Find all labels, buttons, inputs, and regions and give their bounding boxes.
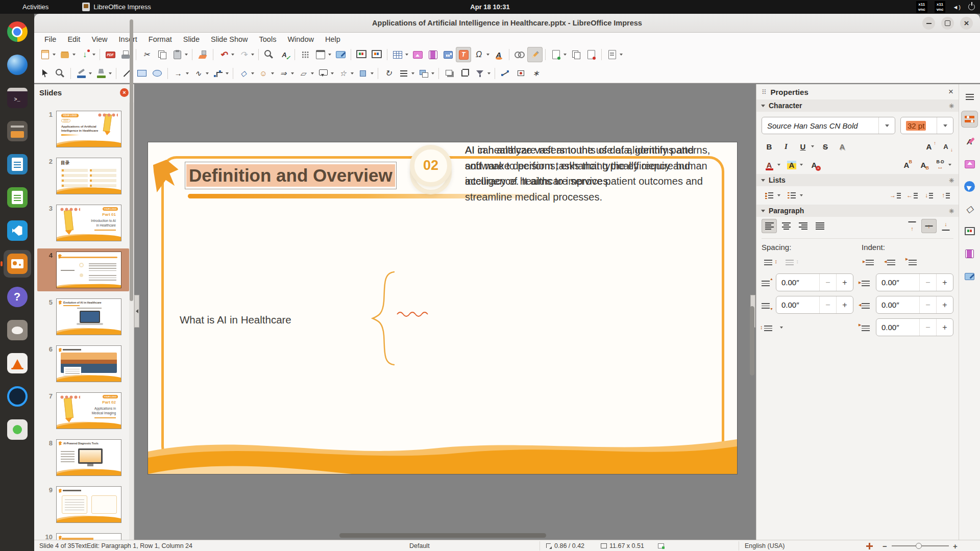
slide-left-label[interactable]: What is AI in Healthcare [180, 314, 291, 326]
slide-thumbnail-preview[interactable] [56, 486, 121, 523]
underline-dropdown[interactable] [811, 145, 814, 147]
dropdown-arrow-icon[interactable] [271, 72, 274, 74]
horizontal-scrollbar-thumb[interactable] [339, 533, 546, 538]
slide-8-thumbnail[interactable]: 8 AI-Powered Diagnostic Tools [37, 436, 129, 479]
file-menu[interactable]: File [39, 34, 62, 44]
export-pdf-button[interactable] [103, 47, 118, 62]
block-arrows-button[interactable] [276, 66, 296, 81]
slide-thumbnail-preview[interactable]: Evolution of AI in Healthcare [56, 298, 121, 335]
dropdown-arrow-icon[interactable] [328, 54, 331, 56]
find-replace-button[interactable] [261, 47, 277, 62]
increase-indent-button[interactable] [863, 255, 878, 269]
rotate-button[interactable] [381, 66, 396, 81]
chrome-dock-item[interactable] [4, 18, 31, 45]
spacing-below-input[interactable]: 0.00″ [776, 296, 853, 314]
align-justify-button[interactable] [812, 219, 827, 233]
redo-button[interactable] [236, 47, 256, 62]
zoom-in-button[interactable] [953, 540, 958, 551]
paste-button[interactable] [169, 47, 189, 62]
dropdown-arrow-icon[interactable] [206, 72, 209, 74]
fill-color-button[interactable] [93, 66, 113, 81]
dropdown-arrow-icon[interactable] [53, 54, 56, 56]
dropdown-arrow-icon[interactable] [92, 54, 95, 56]
insert-text-box-button[interactable] [456, 47, 471, 62]
slide-style-status[interactable]: Default [409, 540, 430, 551]
crop-image-button[interactable] [457, 66, 472, 81]
slide-1-thumbnail[interactable]: 1 YOUR LOGO Applications of Artificial I… [37, 108, 129, 151]
libreoffice-calc-dock-item[interactable] [4, 184, 31, 211]
flowchart-shapes-button[interactable] [296, 66, 315, 81]
close-slides-panel-icon[interactable] [120, 88, 129, 97]
subscript-button[interactable] [916, 158, 931, 172]
tab-animation-button[interactable] [961, 245, 978, 262]
decrease-paragraph-spacing-button[interactable] [783, 255, 798, 269]
increase-font-size-button[interactable] [921, 139, 937, 154]
tab-master-slides-button[interactable] [961, 223, 978, 240]
demote-button[interactable] [888, 188, 903, 203]
slide-thumbnail-preview[interactable]: YOUR LOGO Applications of Artificial Int… [56, 111, 121, 147]
lines-and-arrows-button[interactable] [170, 66, 190, 81]
start-from-current-slide-button[interactable] [369, 47, 384, 62]
text-shadow-button[interactable] [835, 139, 850, 154]
slide-thumbnail-preview[interactable] [56, 533, 121, 540]
dropdown-arrow-icon[interactable] [371, 72, 374, 74]
dropdown-arrow-icon[interactable] [564, 54, 567, 56]
dropdown-arrow-icon[interactable] [311, 72, 314, 74]
collapse-icon[interactable] [761, 179, 765, 182]
increment-button[interactable] [836, 274, 853, 291]
start-from-first-slide-button[interactable] [354, 47, 369, 62]
dropdown-arrow-icon[interactable] [251, 54, 254, 56]
tab-properties-button[interactable] [961, 111, 978, 128]
slide-thumbnail-preview[interactable]: Part 02 Applications in Medical Imaging … [56, 392, 121, 429]
help-menu[interactable]: Help [320, 34, 346, 44]
align-left-button[interactable] [762, 219, 777, 233]
slide-9-thumbnail[interactable]: 9 [37, 483, 129, 526]
increment-button[interactable] [936, 319, 953, 336]
edit-points-button[interactable] [498, 66, 513, 81]
slides-scrollbar-thumb[interactable] [130, 19, 133, 301]
fit-slide-indicator[interactable] [658, 540, 664, 551]
center-vertically-button[interactable] [921, 219, 937, 233]
increase-paragraph-spacing-button[interactable] [762, 255, 777, 269]
slide-show-menu[interactable]: Slide Show [205, 34, 254, 44]
clear-formatting-button[interactable] [806, 158, 822, 172]
slide-2-thumbnail[interactable]: 2 目录 [37, 155, 129, 197]
dropdown-arrow-icon[interactable] [431, 72, 434, 74]
format-menu[interactable]: Format [143, 34, 178, 44]
tab-slide-transition-button[interactable] [961, 268, 978, 285]
display-views-button[interactable] [313, 47, 333, 62]
glue-points-button[interactable] [513, 66, 528, 81]
zoom-pan-button[interactable] [53, 66, 68, 81]
show-draw-functions-button[interactable] [527, 47, 543, 62]
bold-button[interactable] [762, 139, 777, 154]
snap-guides-button[interactable] [333, 47, 348, 62]
insert-media-button[interactable] [425, 47, 440, 62]
vnc-indicator-1[interactable]: x11vnc [916, 1, 927, 12]
font-color-dropdown[interactable] [777, 164, 780, 166]
callout-shapes-button[interactable] [315, 66, 335, 81]
align-top-button[interactable] [904, 219, 920, 233]
character-section-header[interactable]: Character [756, 99, 959, 112]
hide-slides-panel-arrow[interactable] [134, 295, 139, 328]
zoom-slider[interactable] [892, 540, 949, 551]
dropdown-arrow-icon[interactable] [291, 72, 294, 74]
line-color-button[interactable] [74, 66, 93, 81]
active-app-indicator[interactable]: LibreOffice Impress [82, 3, 151, 11]
ordered-list-button[interactable] [784, 188, 799, 203]
first-line-indent-input[interactable]: 0.00″ [876, 318, 953, 336]
slide-4-thumbnail[interactable]: 4 [37, 248, 129, 291]
increment-button[interactable] [936, 296, 953, 313]
tab-shapes-button[interactable] [961, 201, 978, 217]
insert-hyperlink-button[interactable] [512, 47, 527, 62]
line-spacing-button[interactable] [762, 320, 777, 335]
curves-polygons-button[interactable] [190, 66, 210, 81]
slide-thumbnail-preview[interactable] [56, 252, 121, 288]
insert-special-character-button[interactable] [471, 47, 491, 62]
decrement-button[interactable] [919, 274, 936, 291]
minimize-button[interactable] [922, 17, 935, 30]
dropdown-arrow-icon[interactable] [620, 54, 623, 56]
slide-count-status[interactable]: Slide 4 of 35 [39, 540, 75, 551]
cut-button[interactable] [139, 47, 154, 62]
promote-button[interactable] [904, 188, 920, 203]
window-title-bar[interactable]: Applications of Artificial Intelligence … [34, 14, 980, 33]
